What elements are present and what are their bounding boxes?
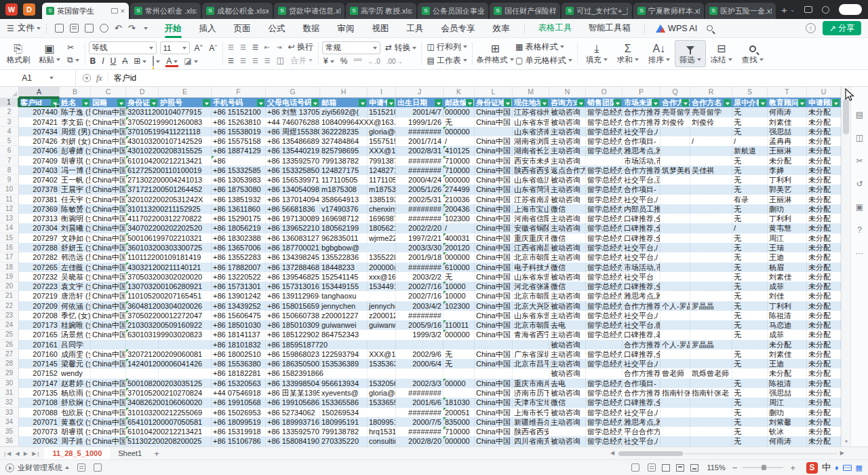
cell-J31[interactable]: ######## — [396, 388, 443, 398]
cell-D13[interactable]: 411702200312270822 — [126, 214, 159, 223]
cell-C34[interactable]: China中国 — [91, 417, 126, 427]
cell-A25[interactable]: 207165 — [19, 330, 60, 339]
cell-J13[interactable]: ######## — [396, 214, 443, 223]
cell-S10[interactable]: 无 — [732, 185, 768, 194]
cell-J21[interactable]: 2002/7/16 — [396, 291, 443, 301]
cell-N18[interactable]: 微信 — [549, 263, 586, 272]
cell-F12[interactable]: +86 13611860 — [212, 204, 266, 214]
cell-S21[interactable]: 无 — [732, 291, 768, 301]
cell-L32[interactable]: China中国 — [475, 398, 513, 407]
cell-K7[interactable]: 710000 — [443, 156, 475, 166]
cell-I21[interactable] — [368, 291, 396, 301]
borders-button[interactable]: ⊞ — [132, 56, 148, 66]
cell-N7[interactable]: 主动咨询 — [549, 156, 586, 166]
new-doc-icon[interactable] — [55, 24, 64, 33]
cell-N4[interactable]: 主动咨询 — [549, 127, 586, 136]
header-cell-O[interactable]: 销售团队 — [586, 98, 623, 107]
cell-N22[interactable]: 被动咨询 — [549, 301, 586, 311]
cell-F13[interactable]: +86 15290175 — [212, 214, 266, 223]
cell-G16[interactable]: +86 1877000215 — [266, 243, 320, 252]
cell-U19[interactable]: 未分配 — [807, 272, 841, 282]
cell-A30[interactable]: 207147 — [19, 379, 60, 388]
cell-C4[interactable]: China中国 — [91, 127, 126, 136]
cell-U7[interactable]: 未分配 — [807, 156, 841, 166]
table-style-button[interactable]: ▦ 表格样式 — [514, 41, 566, 53]
cell-H21[interactable]: tanghaoxu — [320, 291, 368, 301]
scroll-left-icon[interactable]: ◀ — [610, 450, 614, 456]
menu-工具[interactable]: 工具 — [398, 19, 433, 38]
cell-Q28[interactable] — [660, 359, 690, 368]
find-button[interactable]: 查找 — [737, 40, 768, 67]
cell-P33[interactable]: 社交平台,/ — [623, 408, 660, 417]
cell-B36[interactable]: 周子路 (女 — [60, 436, 91, 446]
cell-F21[interactable]: +86 13901242 — [212, 291, 266, 301]
cell-U32[interactable]: 未分配 — [807, 398, 841, 407]
cell-H23[interactable]: z20001227 — [320, 311, 368, 320]
cell-T5[interactable]: 孟冉冉 — [768, 136, 807, 146]
row-header-15[interactable]: 15 — [0, 233, 19, 243]
cell-K3[interactable]: 无 — [443, 117, 475, 127]
cell-T2[interactable]: 何雨涛 — [768, 107, 807, 117]
cell-J4[interactable]: ######## — [396, 127, 443, 136]
cell-T14[interactable]: 黄韦慧 — [768, 223, 807, 233]
cell-R8[interactable]: 吴佳祺 — [690, 166, 732, 175]
column-letter-L[interactable]: L — [475, 87, 513, 98]
cell-S17[interactable]: 无 — [732, 252, 768, 262]
cell-B29[interactable]: wendy — [60, 368, 91, 378]
cell-T9[interactable]: 丁利利 — [768, 175, 807, 185]
cell-G26[interactable]: +86 18595187720 — [266, 340, 320, 349]
cell-U30[interactable]: 未分配 — [807, 379, 841, 388]
cell-M33[interactable]: 上海市长宁 — [513, 408, 549, 417]
justify-icon[interactable]: ☰ — [263, 57, 272, 64]
cell-Q18[interactable] — [660, 263, 690, 272]
cell-R9[interactable] — [690, 175, 732, 185]
cell-H29[interactable] — [320, 368, 368, 378]
cell-L34[interactable]: China中国 — [475, 417, 513, 427]
menu-开始[interactable]: 开始 — [156, 19, 191, 38]
cell-O4[interactable]: 留学总经办 — [586, 127, 623, 136]
cell-R36[interactable] — [690, 436, 732, 446]
cell-S9[interactable]: 无 — [732, 175, 768, 185]
cell-L15[interactable]: China中国 — [475, 233, 513, 243]
cell-O12[interactable]: 留学总经办 — [586, 204, 623, 214]
cell-P12[interactable]: 内部员工推 — [623, 204, 660, 214]
cell-M19[interactable]: 山东省东营 — [513, 272, 549, 282]
cell-R4[interactable] — [690, 127, 732, 136]
cell-H30[interactable]: 956613934 — [320, 379, 368, 388]
cell-Q29[interactable]: 曾老师 — [660, 368, 690, 378]
cell-R24[interactable] — [690, 320, 732, 330]
cell-T35[interactable]: 钦冰 — [768, 427, 807, 436]
cell-T8[interactable]: 李婵 — [768, 166, 807, 175]
cell-T27[interactable]: 刘素佳 — [768, 349, 807, 359]
cell-F6[interactable]: +86 18874129 — [212, 146, 266, 155]
cell-R18[interactable] — [690, 263, 732, 272]
cell-G29[interactable]: +86 1582391866 — [266, 368, 320, 378]
cell-H19[interactable]: 152541145 — [320, 272, 368, 282]
cell-K2[interactable]: 000000 — [443, 107, 475, 117]
menu-会员专享[interactable]: 会员专享 — [433, 19, 484, 38]
cell-K29[interactable] — [443, 368, 475, 378]
row-header-5[interactable]: 5 — [0, 136, 19, 146]
cell-C5[interactable]: China中国 — [91, 136, 126, 146]
cell-S11[interactable]: 有录 — [732, 195, 768, 204]
cell-N9[interactable]: 被动咨询 — [549, 175, 586, 185]
cell-R30[interactable] — [690, 379, 732, 388]
cell-A15[interactable]: 207297 — [19, 233, 60, 243]
cell-F24[interactable]: +86 18501030 — [212, 320, 266, 330]
row-header-31[interactable]: 31 — [0, 388, 19, 398]
cell-M9[interactable]: 山东省临沂 — [513, 175, 549, 185]
cell-K14[interactable]: / — [443, 223, 475, 233]
cell-M3[interactable]: 山东省东营 — [513, 117, 549, 127]
cell-C15[interactable]: China中国 — [91, 233, 126, 243]
cell-I28[interactable]: 153536389( — [368, 359, 396, 368]
cell-I24[interactable]: guiwanwei — [368, 320, 396, 330]
cell-R32[interactable] — [690, 398, 732, 407]
cell-S5[interactable]: / — [732, 136, 768, 146]
cell-B20[interactable]: 袁文宇 (女 — [60, 282, 91, 291]
filter-dropdown-icon[interactable] — [387, 99, 395, 107]
cell-D16[interactable]: 360103200303300725 — [126, 243, 159, 252]
cell-U9[interactable]: 未分配 — [807, 175, 841, 185]
cell-C28[interactable]: China中国 — [91, 359, 126, 368]
cell-J2[interactable]: 2001/4/7 — [396, 107, 443, 117]
increase-decimal-icon[interactable]: ←.0 — [366, 58, 381, 65]
